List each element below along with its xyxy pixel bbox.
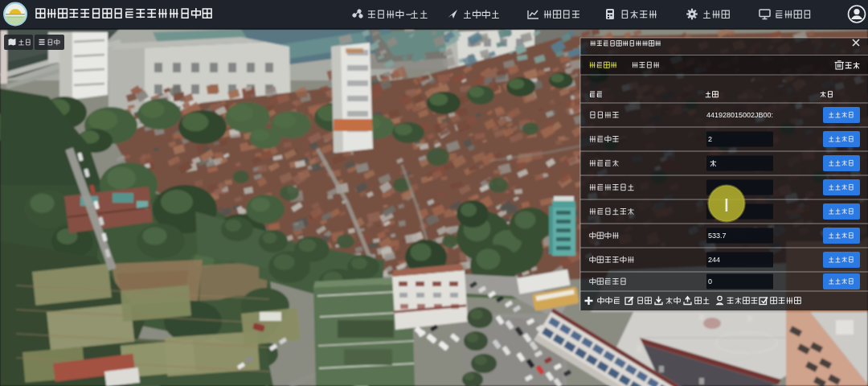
svg-text:533.7: 533.7 xyxy=(708,232,727,240)
svg-text:441928015002JB00:: 441928015002JB00: xyxy=(706,111,773,119)
svg-text:2: 2 xyxy=(708,135,712,143)
svg-text:0: 0 xyxy=(708,277,712,285)
svg-text:244: 244 xyxy=(708,256,720,264)
